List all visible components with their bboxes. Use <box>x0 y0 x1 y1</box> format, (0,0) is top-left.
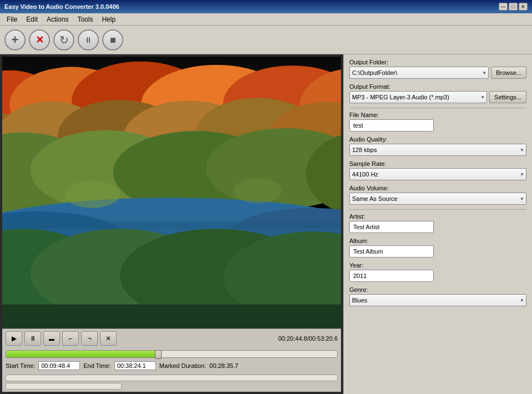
sample-rate-group: Sample Rate: 8000 Hz 11025 Hz 22050 Hz 4… <box>349 160 526 180</box>
add-icon: + <box>12 33 19 47</box>
output-folder-row: C:\OutputFolder\ Browse... <box>349 67 526 79</box>
mark-end-button[interactable]: ¬ <box>81 331 98 346</box>
menu-help[interactable]: Help <box>97 14 120 24</box>
close-button[interactable]: ✕ <box>519 3 528 11</box>
menu-file[interactable]: File <box>2 14 22 24</box>
audio-quality-select-wrapper: 64 kbps 96 kbps 128 kbps 192 kbps 256 kb… <box>349 144 526 156</box>
bottom-bar-full[interactable] <box>6 375 338 381</box>
genre-group: Genre: Blues Classical Country Electroni… <box>349 286 526 306</box>
maximize-button[interactable]: □ <box>509 3 518 11</box>
browse-button[interactable]: Browse... <box>491 67 526 79</box>
sample-rate-select[interactable]: 8000 Hz 11025 Hz 22050 Hz 44100 Hz 48000… <box>349 168 526 180</box>
stop-icon: ⏹ <box>109 36 117 44</box>
mark-end-icon: ¬ <box>87 335 91 342</box>
bottom-bar-partial[interactable] <box>6 383 122 390</box>
convert-icon: ↻ <box>59 33 69 47</box>
remove-button[interactable]: ✕ <box>29 29 50 50</box>
year-group: Year: <box>349 262 526 282</box>
output-folder-select-wrapper: C:\OutputFolder\ <box>349 67 489 79</box>
output-format-select-wrapper: MP3 - MPEG Layer-3 Audio (*.mp3) WAV - W… <box>349 91 487 103</box>
stop-button[interactable]: ⏹ <box>102 29 123 50</box>
audio-quality-select[interactable]: 64 kbps 96 kbps 128 kbps 192 kbps 256 kb… <box>349 144 526 156</box>
divider-2 <box>349 209 526 210</box>
audio-volume-select-wrapper: Same As Source 50% 75% 100% 125% 150% 20… <box>349 193 526 205</box>
time-display: 00:20:44.8/00:53:20.6 <box>278 335 338 342</box>
menu-edit[interactable]: Edit <box>22 14 42 24</box>
audio-volume-label: Audio Volume: <box>349 185 526 191</box>
video-landscape-svg <box>2 57 341 329</box>
output-folder-group: Output Folder: C:\OutputFolder\ Browse..… <box>349 59 526 79</box>
time-fields: Start Time: End Time: Marked Duration: 0… <box>2 359 341 373</box>
start-time-label: Start Time: <box>6 362 35 369</box>
mark-start-button[interactable]: ⌐ <box>62 331 79 346</box>
bottom-bars <box>2 373 341 392</box>
menu-tools[interactable]: Tools <box>73 14 97 24</box>
left-panel: ▶ ⏸ ▬ ⌐ ¬ ✕ 00:20:44.8/00:53:20.6 <box>0 54 343 394</box>
audio-volume-select[interactable]: Same As Source 50% 75% 100% 125% 150% 20… <box>349 193 526 205</box>
sample-rate-label: Sample Rate: <box>349 160 526 167</box>
video-preview <box>2 57 341 329</box>
artist-input[interactable] <box>349 221 434 233</box>
toolbar: + ✕ ↻ ⏸ ⏹ <box>0 26 532 54</box>
svg-point-29 <box>234 179 282 204</box>
genre-select-wrapper: Blues Classical Country Electronic Folk … <box>349 294 526 306</box>
output-folder-label: Output Folder: <box>349 59 526 65</box>
output-format-row: MP3 - MPEG Layer-3 Audio (*.mp3) WAV - W… <box>349 91 526 103</box>
frame-icon: ▬ <box>49 336 54 342</box>
title-bar: Easy Video to Audio Converter 3.0.0406 —… <box>0 0 532 13</box>
title-bar-buttons: — □ ✕ <box>499 3 528 11</box>
main-content: ▶ ⏸ ▬ ⌐ ¬ ✕ 00:20:44.8/00:53:20.6 <box>0 54 532 394</box>
convert-button[interactable]: ↻ <box>53 29 74 50</box>
output-format-label: Output Format: <box>349 83 526 90</box>
clear-marks-icon: ✕ <box>106 335 111 342</box>
mark-start-icon: ⌐ <box>68 335 72 342</box>
audio-quality-label: Audio Quality: <box>349 136 526 143</box>
filename-input[interactable] <box>349 119 434 132</box>
minimize-button[interactable]: — <box>499 3 508 11</box>
right-panel: Output Folder: C:\OutputFolder\ Browse..… <box>343 54 532 394</box>
frame-button[interactable]: ▬ <box>43 331 60 346</box>
progress-thumb[interactable] <box>155 350 162 359</box>
album-label: Album: <box>349 238 526 244</box>
end-time-input[interactable] <box>114 361 156 370</box>
marked-duration-value: 00:28:35.7 <box>209 362 238 369</box>
year-input[interactable] <box>349 270 434 282</box>
pause-ctrl-button[interactable]: ⏸ <box>24 331 41 346</box>
menu-actions[interactable]: Actions <box>42 14 73 24</box>
genre-select[interactable]: Blues Classical Country Electronic Folk … <box>349 294 526 306</box>
album-group: Album: <box>349 238 526 257</box>
progress-container <box>2 348 341 359</box>
progress-fill <box>6 351 158 357</box>
pause-toolbar-button[interactable]: ⏸ <box>78 29 99 50</box>
audio-volume-group: Audio Volume: Same As Source 50% 75% 100… <box>349 185 526 205</box>
pause-ctrl-icon: ⏸ <box>29 335 36 342</box>
start-time-input[interactable] <box>38 361 80 370</box>
artist-label: Artist: <box>349 213 526 220</box>
filename-group: File Name: <box>349 112 526 132</box>
svg-point-28 <box>65 180 120 208</box>
clear-marks-button[interactable]: ✕ <box>100 331 117 346</box>
artist-group: Artist: <box>349 213 526 233</box>
settings-button[interactable]: Settings... <box>489 91 526 103</box>
end-time-label: End Time: <box>83 362 111 369</box>
pause-toolbar-icon: ⏸ <box>84 36 92 44</box>
year-label: Year: <box>349 262 526 269</box>
sample-rate-select-wrapper: 8000 Hz 11025 Hz 22050 Hz 44100 Hz 48000… <box>349 168 526 180</box>
add-button[interactable]: + <box>4 29 26 50</box>
controls-bar: ▶ ⏸ ▬ ⌐ ¬ ✕ 00:20:44.8/00:53:20.6 <box>2 329 341 348</box>
output-folder-select[interactable]: C:\OutputFolder\ <box>349 67 489 79</box>
divider-1 <box>349 108 526 108</box>
play-button[interactable]: ▶ <box>6 331 22 346</box>
progress-track[interactable] <box>6 350 338 358</box>
output-format-group: Output Format: MP3 - MPEG Layer-3 Audio … <box>349 83 526 103</box>
menu-bar: File Edit Actions Tools Help <box>0 13 532 26</box>
album-input[interactable] <box>349 245 434 257</box>
remove-icon: ✕ <box>36 34 44 46</box>
play-icon: ▶ <box>12 335 17 342</box>
audio-quality-group: Audio Quality: 64 kbps 96 kbps 128 kbps … <box>349 136 526 156</box>
output-format-select[interactable]: MP3 - MPEG Layer-3 Audio (*.mp3) WAV - W… <box>349 91 487 103</box>
window-title: Easy Video to Audio Converter 3.0.0406 <box>4 3 119 10</box>
genre-label: Genre: <box>349 286 526 293</box>
filename-label: File Name: <box>349 112 526 118</box>
marked-duration-label: Marked Duration: <box>159 362 206 369</box>
